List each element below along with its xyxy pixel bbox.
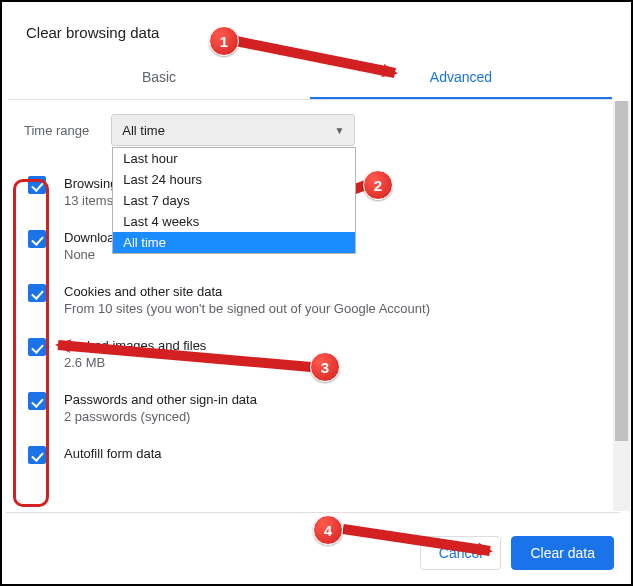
separator bbox=[6, 512, 620, 513]
option-last-hour[interactable]: Last hour bbox=[113, 148, 355, 169]
time-range-select[interactable]: All time ▼ Last hour Last 24 hours Last … bbox=[111, 114, 355, 146]
option-last-24-hours[interactable]: Last 24 hours bbox=[113, 169, 355, 190]
item-title: Cached images and files bbox=[64, 338, 206, 353]
chevron-down-icon: ▼ bbox=[334, 125, 344, 136]
scrollbar-thumb[interactable] bbox=[615, 101, 628, 441]
item-sub: From 10 sites (you won't be signed out o… bbox=[64, 301, 430, 316]
clear-browsing-data-dialog: Clear browsing data Basic Advanced Time … bbox=[6, 6, 630, 584]
checkbox-download-history[interactable] bbox=[28, 230, 46, 248]
item-title: Passwords and other sign-in data bbox=[64, 392, 257, 407]
time-range-label: Time range bbox=[24, 123, 89, 138]
checkbox-passwords[interactable] bbox=[28, 392, 46, 410]
dialog-footer: Cancel Clear data bbox=[420, 536, 614, 570]
tabs: Basic Advanced bbox=[8, 57, 612, 100]
item-sub: 2 passwords (synced) bbox=[64, 409, 257, 424]
list-item: Cookies and other site data From 10 site… bbox=[24, 274, 612, 328]
item-sub: 2.6 MB bbox=[64, 355, 206, 370]
checkbox-cookies[interactable] bbox=[28, 284, 46, 302]
dialog-body: Time range All time ▼ Last hour Last 24 … bbox=[6, 100, 630, 510]
time-range-value: All time bbox=[122, 123, 165, 138]
checkbox-autofill[interactable] bbox=[28, 446, 46, 464]
option-last-4-weeks[interactable]: Last 4 weeks bbox=[113, 211, 355, 232]
checkbox-browsing-history[interactable] bbox=[28, 176, 46, 194]
scrollbar[interactable] bbox=[613, 101, 630, 511]
tab-advanced[interactable]: Advanced bbox=[310, 57, 612, 99]
option-all-time[interactable]: All time bbox=[113, 232, 355, 253]
item-title: Cookies and other site data bbox=[64, 284, 430, 299]
clear-data-button[interactable]: Clear data bbox=[511, 536, 614, 570]
time-range-dropdown: Last hour Last 24 hours Last 7 days Last… bbox=[112, 147, 356, 254]
dialog-title: Clear browsing data bbox=[6, 6, 630, 57]
item-title: Autofill form data bbox=[64, 446, 162, 461]
list-item: Cached images and files 2.6 MB bbox=[24, 328, 612, 382]
list-item: Passwords and other sign-in data 2 passw… bbox=[24, 382, 612, 436]
option-last-7-days[interactable]: Last 7 days bbox=[113, 190, 355, 211]
checkbox-cached[interactable] bbox=[28, 338, 46, 356]
list-item: Autofill form data bbox=[24, 436, 612, 476]
tab-basic[interactable]: Basic bbox=[8, 57, 310, 99]
cancel-button[interactable]: Cancel bbox=[420, 536, 502, 570]
